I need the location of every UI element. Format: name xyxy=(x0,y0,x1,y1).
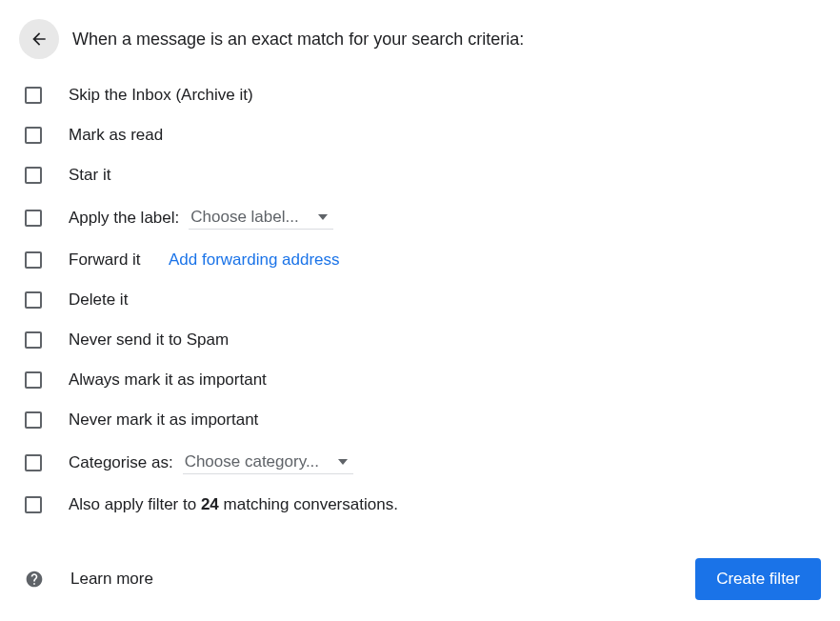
checkbox-star-it[interactable] xyxy=(25,167,42,184)
chevron-down-icon xyxy=(318,214,328,220)
arrow-left-icon xyxy=(30,30,49,49)
option-label: Forward it xyxy=(69,250,141,270)
dropdown-text: Choose label... xyxy=(190,208,298,227)
checkbox-apply-existing[interactable] xyxy=(25,496,42,513)
add-forwarding-address-link[interactable]: Add forwarding address xyxy=(169,250,340,270)
option-mark-important: Always mark it as important xyxy=(25,371,821,390)
option-label: Never send it to Spam xyxy=(69,331,229,350)
option-label: Apply the label: xyxy=(69,209,179,228)
chevron-down-icon xyxy=(338,459,348,465)
help-icon xyxy=(25,570,44,589)
checkbox-mark-as-read[interactable] xyxy=(25,127,42,144)
option-forward-it: Forward it Add forwarding address xyxy=(25,250,821,270)
option-label: Star it xyxy=(69,166,110,185)
option-label: Mark as read xyxy=(69,126,163,145)
option-mark-as-read: Mark as read xyxy=(25,126,821,145)
option-star-it: Star it xyxy=(25,166,821,185)
checkbox-skip-inbox[interactable] xyxy=(25,87,42,104)
checkbox-forward-it[interactable] xyxy=(25,251,42,269)
header-row: When a message is an exact match for you… xyxy=(19,19,821,59)
label-dropdown[interactable]: Choose label... xyxy=(189,206,332,230)
option-skip-inbox: Skip the Inbox (Archive it) xyxy=(25,86,821,105)
checkbox-never-important[interactable] xyxy=(25,411,42,429)
option-label: Never mark it as important xyxy=(69,411,258,430)
checkbox-categorise[interactable] xyxy=(25,454,42,471)
option-label: Delete it xyxy=(69,290,128,310)
options-list: Skip the Inbox (Archive it) Mark as read… xyxy=(19,86,821,514)
option-delete-it: Delete it xyxy=(25,290,821,310)
option-categorise: Categorise as: Choose category... xyxy=(25,451,821,474)
option-apply-existing: Also apply filter to 24 matching convers… xyxy=(25,495,821,514)
learn-more-link[interactable]: Learn more xyxy=(70,570,153,589)
option-never-spam: Never send it to Spam xyxy=(25,331,821,350)
create-filter-button[interactable]: Create filter xyxy=(695,558,821,600)
option-never-important: Never mark it as important xyxy=(25,411,821,430)
category-dropdown[interactable]: Choose category... xyxy=(183,451,353,474)
checkbox-delete-it[interactable] xyxy=(25,291,42,309)
header-title: When a message is an exact match for you… xyxy=(72,30,524,50)
checkbox-never-spam[interactable] xyxy=(25,331,42,349)
option-label: Always mark it as important xyxy=(69,371,267,390)
back-button[interactable] xyxy=(19,19,59,59)
footer-row: Learn more Create filter xyxy=(19,558,821,600)
option-label: Also apply filter to 24 matching convers… xyxy=(69,495,398,514)
checkbox-apply-label[interactable] xyxy=(25,210,42,227)
dropdown-text: Choose category... xyxy=(185,452,319,471)
option-label: Categorise as: xyxy=(69,453,173,472)
checkbox-mark-important[interactable] xyxy=(25,371,42,389)
option-apply-label: Apply the label: Choose label... xyxy=(25,206,821,230)
option-label: Skip the Inbox (Archive it) xyxy=(69,86,253,105)
